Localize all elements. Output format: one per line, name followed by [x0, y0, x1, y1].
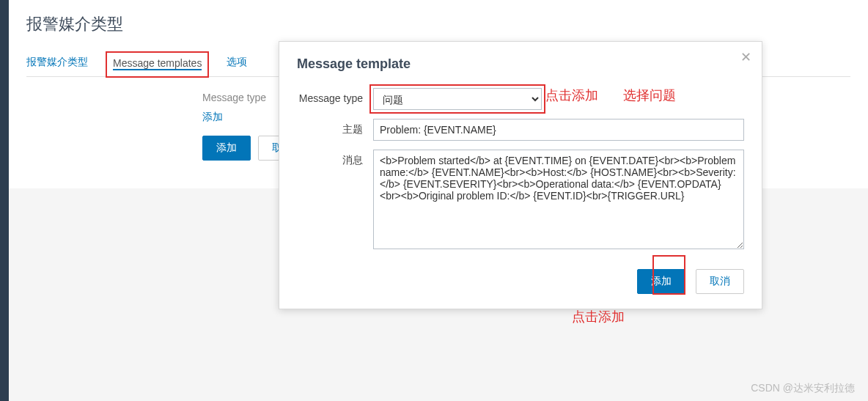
watermark: CSDN @达米安利拉德 [751, 382, 855, 395]
tab-media-types[interactable]: 报警媒介类型 [26, 50, 88, 76]
input-subject[interactable] [373, 119, 744, 141]
annotation-choose-problem: 选择问题 [623, 87, 676, 104]
modal-btn-cancel[interactable]: 取消 [696, 269, 744, 294]
textarea-message[interactable] [373, 150, 744, 249]
tab-options[interactable]: 选项 [227, 50, 247, 76]
page-title: 报警媒介类型 [26, 13, 850, 35]
modal-btn-add[interactable]: 添加 [637, 269, 685, 294]
annotation-click-add-top: 点击添加 [545, 87, 598, 104]
bg-label-message-type: Message type [202, 92, 266, 103]
label-message-type: Message type [297, 88, 373, 104]
annotation-click-add-bottom: 点击添加 [572, 308, 625, 325]
tab-message-templates[interactable]: Message templates [113, 57, 202, 70]
modal-title: Message template [297, 56, 744, 72]
annotation-box-select: 问题 [369, 84, 545, 114]
close-icon[interactable]: ✕ [740, 49, 751, 65]
select-message-type[interactable]: 问题 [373, 88, 542, 110]
label-message: 消息 [297, 150, 373, 167]
label-subject: 主题 [297, 119, 373, 136]
btn-add-bg[interactable]: 添加 [202, 136, 251, 161]
annotation-box-tab: Message templates [106, 51, 209, 78]
modal-message-template: ✕ Message template Message type 问题 主题 消息… [279, 41, 762, 309]
sidebar-stub [0, 0, 9, 401]
link-add-template[interactable]: 添加 [202, 111, 223, 124]
